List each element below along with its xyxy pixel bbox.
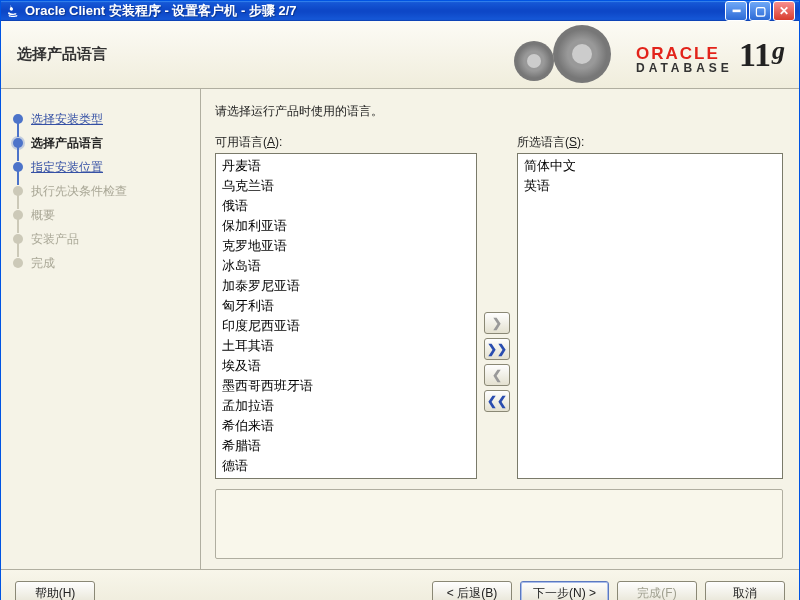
list-item[interactable]: 丹麦语 <box>218 156 474 176</box>
add-all-button[interactable]: ❯❯ <box>484 338 510 360</box>
window-title: Oracle Client 安装程序 - 设置客户机 - 步骤 2/7 <box>25 2 725 20</box>
installer-window: Oracle Client 安装程序 - 设置客户机 - 步骤 2/7 ━ ▢ … <box>0 0 800 600</box>
minimize-button[interactable]: ━ <box>725 1 747 21</box>
page-header: 选择产品语言 ORACLE DATABASE 11g <box>1 21 799 89</box>
step-0[interactable]: 选择安装类型 <box>9 107 190 131</box>
java-icon <box>5 3 21 19</box>
step-label[interactable]: 选择安装类型 <box>31 111 103 128</box>
step-label: 概要 <box>31 207 55 224</box>
list-item[interactable]: 俄语 <box>218 196 474 216</box>
selected-languages-listbox[interactable]: 简体中文英语 <box>517 153 783 479</box>
window-buttons: ━ ▢ ✕ <box>725 1 795 21</box>
available-languages-label: 可用语言(A): <box>215 134 477 151</box>
step-label[interactable]: 指定安装位置 <box>31 159 103 176</box>
finish-button[interactable]: 完成(F) <box>617 581 697 601</box>
list-item[interactable]: 加泰罗尼亚语 <box>218 276 474 296</box>
page-title: 选择产品语言 <box>17 45 107 64</box>
list-item[interactable]: 冰岛语 <box>218 256 474 276</box>
step-3: 执行先决条件检查 <box>9 179 190 203</box>
list-item[interactable]: 简体中文 <box>520 156 780 176</box>
brand-database-text: DATABASE <box>636 62 733 74</box>
step-4: 概要 <box>9 203 190 227</box>
step-2[interactable]: 指定安装位置 <box>9 155 190 179</box>
step-label: 执行先决条件检查 <box>31 183 127 200</box>
selected-languages-column: 所选语言(S): 简体中文英语 <box>517 134 783 479</box>
help-button[interactable]: 帮助(H) <box>15 581 95 601</box>
oracle-brand: ORACLE DATABASE 11g <box>636 36 785 74</box>
list-item[interactable]: 德语 <box>218 456 474 476</box>
brand-oracle-text: ORACLE <box>636 45 733 62</box>
title-bar[interactable]: Oracle Client 安装程序 - 设置客户机 - 步骤 2/7 ━ ▢ … <box>1 1 799 21</box>
step-dot-icon <box>13 258 23 268</box>
header-branding: ORACLE DATABASE 11g <box>508 21 799 89</box>
list-item[interactable]: 土耳其语 <box>218 336 474 356</box>
body: 选择安装类型选择产品语言指定安装位置执行先决条件检查概要安装产品完成 请选择运行… <box>1 89 799 569</box>
remove-all-button[interactable]: ❮❮ <box>484 390 510 412</box>
next-button[interactable]: 下一步(N) > <box>520 581 609 601</box>
step-label: 完成 <box>31 255 55 272</box>
list-item[interactable]: 希伯来语 <box>218 416 474 436</box>
list-item[interactable]: 保加利亚语 <box>218 216 474 236</box>
list-item[interactable]: 匈牙利语 <box>218 296 474 316</box>
step-label: 选择产品语言 <box>31 135 103 152</box>
remove-button[interactable]: ❮ <box>484 364 510 386</box>
step-1: 选择产品语言 <box>9 131 190 155</box>
list-item[interactable]: 孟加拉语 <box>218 396 474 416</box>
list-item[interactable]: 英语 <box>520 176 780 196</box>
list-item[interactable]: 印度尼西亚语 <box>218 316 474 336</box>
selected-languages-label: 所选语言(S): <box>517 134 783 151</box>
list-item[interactable]: 克罗地亚语 <box>218 236 474 256</box>
list-item[interactable]: 埃及语 <box>218 356 474 376</box>
list-item[interactable]: 乌克兰语 <box>218 176 474 196</box>
wizard-sidebar: 选择安装类型选择产品语言指定安装位置执行先决条件检查概要安装产品完成 <box>1 89 201 569</box>
footer: 帮助(H) < 后退(B) 下一步(N) > 完成(F) 取消 <box>1 569 799 600</box>
transfer-buttons: ❯ ❯❯ ❮ ❮❮ <box>477 134 517 479</box>
client-area: 选择产品语言 ORACLE DATABASE 11g 选择安装类 <box>1 21 799 600</box>
gears-graphic <box>508 21 628 89</box>
list-item[interactable]: 希腊语 <box>218 436 474 456</box>
back-button[interactable]: < 后退(B) <box>432 581 512 601</box>
brand-version: 11g <box>739 36 785 74</box>
available-languages-listbox[interactable]: 丹麦语乌克兰语俄语保加利亚语克罗地亚语冰岛语加泰罗尼亚语匈牙利语印度尼西亚语土耳… <box>215 153 477 479</box>
step-label: 安装产品 <box>31 231 79 248</box>
language-transfer-area: 可用语言(A): 丹麦语乌克兰语俄语保加利亚语克罗地亚语冰岛语加泰罗尼亚语匈牙利… <box>215 134 783 479</box>
step-6: 完成 <box>9 251 190 275</box>
step-5: 安装产品 <box>9 227 190 251</box>
step-list: 选择安装类型选择产品语言指定安装位置执行先决条件检查概要安装产品完成 <box>9 107 190 275</box>
add-button[interactable]: ❯ <box>484 312 510 334</box>
instruction-text: 请选择运行产品时使用的语言。 <box>215 103 783 120</box>
main-panel: 请选择运行产品时使用的语言。 可用语言(A): 丹麦语乌克兰语俄语保加利亚语克罗… <box>201 89 799 569</box>
list-item[interactable]: 墨西哥西班牙语 <box>218 376 474 396</box>
available-languages-column: 可用语言(A): 丹麦语乌克兰语俄语保加利亚语克罗地亚语冰岛语加泰罗尼亚语匈牙利… <box>215 134 477 479</box>
maximize-button[interactable]: ▢ <box>749 1 771 21</box>
cancel-button[interactable]: 取消 <box>705 581 785 601</box>
message-area <box>215 489 783 559</box>
close-button[interactable]: ✕ <box>773 1 795 21</box>
